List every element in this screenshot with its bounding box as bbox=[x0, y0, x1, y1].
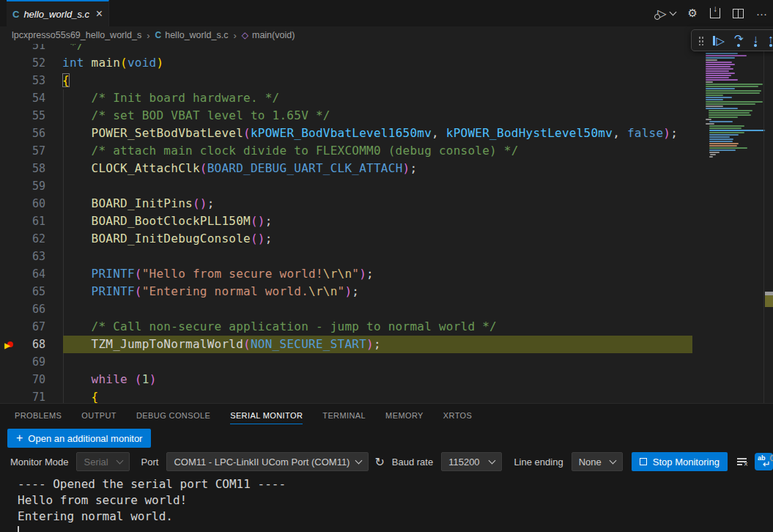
code-text: { bbox=[62, 388, 98, 403]
line-number: 55 bbox=[0, 107, 45, 125]
c-file-icon: C bbox=[155, 30, 162, 40]
panel-tab-terminal[interactable]: TERMINAL bbox=[322, 406, 366, 424]
code-line-70[interactable]: 70 while (1) bbox=[0, 371, 773, 388]
line-number: 68 bbox=[0, 336, 45, 353]
code-text: /* Call non-secure application - jump to… bbox=[62, 318, 497, 336]
code-line-58[interactable]: 58 CLOCK_AttachClk(BOARD_DEBUG_UART_CLK_… bbox=[0, 160, 773, 177]
code-line-63[interactable]: 63 bbox=[0, 248, 773, 265]
panel-tab-memory[interactable]: MEMORY bbox=[385, 406, 424, 424]
serial-output-line: ---- Opened the serial port COM11 ---- bbox=[18, 476, 773, 492]
more-actions-button[interactable]: ··· bbox=[756, 7, 767, 20]
minimap[interactable] bbox=[706, 53, 764, 403]
breadcrumb-item[interactable]: ◇main(void) bbox=[242, 30, 295, 40]
stop-icon bbox=[640, 458, 647, 465]
chevron-down-icon bbox=[609, 457, 616, 464]
panel-tab-bar: PROBLEMSOUTPUTDEBUG CONSOLESERIAL MONITO… bbox=[15, 404, 472, 426]
code-text: CLOCK_AttachClk(BOARD_DEBUG_UART_CLK_ATT… bbox=[62, 160, 417, 177]
code-line-71[interactable]: 71 { bbox=[0, 388, 773, 403]
serial-output-line: Entering normal world. bbox=[18, 509, 773, 525]
line-number: 58 bbox=[0, 160, 45, 177]
serial-output-line: Hello from secure world! bbox=[18, 492, 773, 509]
code-text: PRINTF("Hello from secure world!\r\n"); bbox=[62, 265, 374, 283]
chevron-down-icon bbox=[489, 457, 496, 464]
code-line-55[interactable]: 55 /* set BOD VBAT level to 1.65V */ bbox=[0, 107, 773, 125]
serial-monitor-controls: Monitor Mode Serial Port COM11 - LPC-Lin… bbox=[0, 451, 773, 473]
step-into-button[interactable]: ↓ bbox=[753, 34, 759, 47]
baud-rate-select[interactable]: 115200 bbox=[441, 452, 502, 471]
code-text: POWER_SetBodVbatLevel(kPOWER_BodVbatLeve… bbox=[62, 125, 678, 142]
code-text: /* set BOD VBAT level to 1.65V */ bbox=[62, 107, 330, 125]
line-ending-label: Line ending bbox=[514, 457, 563, 468]
code-line-57[interactable]: 57 /* attach main clock divide to FLEXCO… bbox=[0, 142, 773, 160]
line-number: 54 bbox=[0, 89, 45, 107]
open-additional-monitor-button[interactable]: + Open an additional monitor bbox=[7, 429, 151, 448]
close-icon[interactable]: × bbox=[96, 9, 103, 19]
code-line-62[interactable]: 62 BOARD_InitDebugConsole(); bbox=[0, 230, 773, 248]
download-button[interactable] bbox=[710, 8, 720, 18]
code-line-59[interactable]: 59 bbox=[0, 177, 773, 195]
split-editor-button[interactable] bbox=[733, 9, 744, 18]
clear-output-icon[interactable]: × bbox=[737, 457, 747, 466]
vscode-window: C hello_world_s.c × ▷ ⚙ ··· lpcxpresso55… bbox=[0, 0, 773, 532]
step-over-button[interactable]: ↷ bbox=[734, 34, 744, 47]
panel-tab-serial-monitor[interactable]: SERIAL MONITOR bbox=[230, 406, 303, 424]
step-over-icon: ↷ bbox=[734, 34, 744, 43]
continue-icon bbox=[713, 36, 715, 45]
code-line-52[interactable]: 52int main(void) bbox=[0, 54, 773, 72]
plus-icon: + bbox=[16, 433, 23, 443]
line-ending-select[interactable]: None bbox=[572, 452, 623, 471]
drag-handle-icon[interactable] bbox=[698, 36, 703, 45]
code-line-54[interactable]: 54 /* Init board hardware. */ bbox=[0, 89, 773, 107]
refresh-ports-icon[interactable]: ↻ bbox=[374, 455, 384, 469]
line-number: 70 bbox=[0, 371, 45, 388]
step-out-button[interactable]: ↑ bbox=[768, 34, 773, 47]
code-line-67[interactable]: 67 /* Call non-secure application - jump… bbox=[0, 318, 773, 336]
clipped-action-icon[interactable]: ⚙ bbox=[769, 452, 773, 470]
code-line-61[interactable]: 61 BOARD_BootClockPLL150M(); bbox=[0, 213, 773, 230]
code-editor[interactable]: 51 */52int main(void)53{54 /* Init board… bbox=[0, 44, 773, 403]
editor-tab-bar: C hello_world_s.c × ▷ ⚙ ··· bbox=[0, 0, 773, 26]
serial-output-terminal[interactable]: ---- Opened the serial port COM11 ----He… bbox=[0, 474, 773, 532]
panel-tab-debug-console[interactable]: DEBUG CONSOLE bbox=[136, 406, 210, 424]
monitor-mode-select[interactable]: Serial bbox=[76, 452, 129, 471]
code-line-66[interactable]: 66 bbox=[0, 300, 773, 318]
line-number: 67 bbox=[0, 318, 45, 336]
run-or-debug-button[interactable]: ▷ bbox=[657, 7, 675, 21]
line-number: 63 bbox=[0, 248, 45, 265]
line-number: 57 bbox=[0, 142, 45, 160]
code-line-60[interactable]: 60 BOARD_InitPins(); bbox=[0, 195, 773, 213]
baud-rate-label: Baud rate bbox=[392, 457, 433, 468]
overview-ruler-debug-line-marker[interactable] bbox=[765, 295, 773, 307]
panel-tab-xrtos[interactable]: XRTOS bbox=[443, 406, 473, 424]
line-number: 52 bbox=[0, 54, 45, 72]
code-line-53[interactable]: 53{ bbox=[0, 72, 773, 89]
code-line-56[interactable]: 56 POWER_SetBodVbatLevel(kPOWER_BodVbatL… bbox=[0, 125, 773, 142]
download-icon bbox=[710, 8, 720, 18]
code-text: BOARD_BootClockPLL150M(); bbox=[62, 213, 273, 230]
breadcrumb-item[interactable]: Chello_world_s.c bbox=[155, 30, 229, 40]
port-label: Port bbox=[141, 457, 159, 468]
panel-tab-output[interactable]: OUTPUT bbox=[81, 406, 116, 424]
code-text: while (1) bbox=[62, 371, 157, 388]
port-select[interactable]: COM11 - LPC-LinkII UCom Port (COM11) bbox=[166, 452, 369, 471]
minimap-divider bbox=[763, 44, 764, 403]
code-line-69[interactable]: 69 bbox=[0, 353, 773, 371]
settings-button[interactable]: ⚙ bbox=[688, 7, 698, 20]
code-line-68[interactable]: ▶68 TZM_JumpToNormalWorld(NON_SECURE_STA… bbox=[0, 336, 773, 353]
chevron-down-icon bbox=[116, 457, 123, 464]
line-number: 60 bbox=[0, 195, 45, 213]
chevron-down-icon bbox=[669, 8, 676, 15]
line-number: 53 bbox=[0, 72, 45, 89]
tab-hello-world-s-c[interactable]: C hello_world_s.c × bbox=[7, 0, 109, 26]
breadcrumb-item[interactable]: lpcxpresso55s69_hello_world_s bbox=[12, 30, 141, 40]
stop-monitoring-button[interactable]: Stop Monitoring bbox=[632, 452, 728, 471]
breadcrumb: lpcxpresso55s69_hello_world_s›Chello_wor… bbox=[0, 26, 773, 44]
chevron-down-icon bbox=[355, 457, 363, 464]
panel-tab-problems[interactable]: PROBLEMS bbox=[15, 406, 62, 424]
bottom-panel: PROBLEMSOUTPUTDEBUG CONSOLESERIAL MONITO… bbox=[0, 403, 773, 532]
code-line-64[interactable]: 64 PRINTF("Hello from secure world!\r\n"… bbox=[0, 265, 773, 283]
code-line-65[interactable]: 65 PRINTF("Entering normal world.\r\n"); bbox=[0, 283, 773, 300]
step-out-icon: ↑ bbox=[768, 34, 773, 43]
code-line-51[interactable]: 51 */ bbox=[0, 44, 773, 54]
continue-button[interactable]: ▷ bbox=[713, 36, 725, 45]
